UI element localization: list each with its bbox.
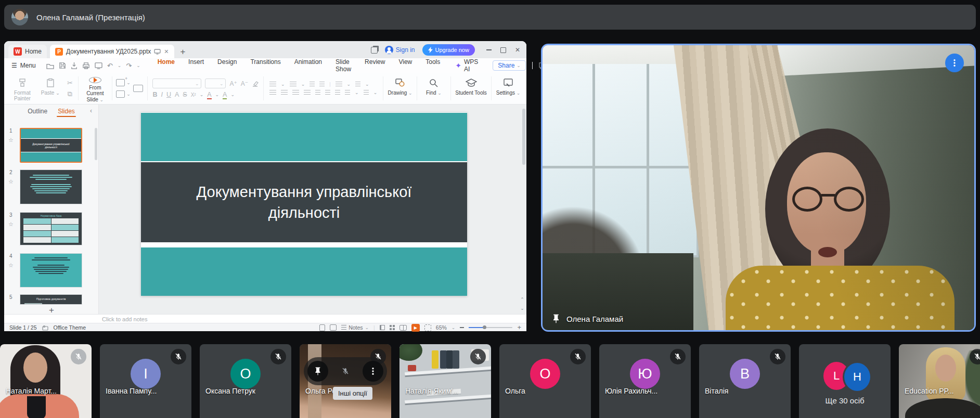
menu-button[interactable]: ☰ Menu: [11, 62, 36, 69]
slide-sorter-icon[interactable]: [390, 325, 395, 330]
clear-format-icon[interactable]: [252, 81, 259, 87]
collapse-panel-icon[interactable]: ‹: [90, 107, 92, 114]
present-monitor-icon[interactable]: [154, 49, 161, 55]
open-file-icon[interactable]: [46, 62, 54, 69]
participant-tile[interactable]: ВВіталія: [699, 344, 791, 418]
star-icon[interactable]: ☆: [8, 178, 14, 185]
participant-tile[interactable]: LHЩе 30 осіб: [799, 344, 891, 418]
font-color-icon[interactable]: A: [207, 91, 211, 98]
highlight-color-icon[interactable]: A: [223, 91, 227, 98]
close-tab-icon[interactable]: ✕: [164, 48, 169, 55]
notes-bar[interactable]: Click to add notes: [4, 314, 526, 323]
slide-thumbnail-4[interactable]: [20, 253, 82, 288]
find-button[interactable]: Find ⌄: [420, 74, 448, 102]
print-icon[interactable]: [82, 62, 90, 69]
from-current-slide-button[interactable]: From Current Slide ⌄: [81, 74, 109, 102]
export-icon[interactable]: [71, 62, 78, 69]
underline-icon[interactable]: U: [166, 91, 171, 98]
notes-toggle[interactable]: Notes ⌄: [341, 324, 369, 331]
normal-view-icon[interactable]: [380, 325, 385, 330]
line-spacing-icon[interactable]: [325, 90, 330, 95]
next-slide-icon[interactable]: ⌄: [520, 306, 524, 311]
share-button[interactable]: Share ⌄: [493, 60, 526, 71]
align-left-icon[interactable]: [269, 90, 276, 95]
tab-list-icon[interactable]: [371, 47, 378, 54]
bullets-icon[interactable]: [269, 82, 276, 87]
participant-tile[interactable]: ООксана Петрук: [200, 344, 291, 418]
decrease-font-icon[interactable]: A⁻: [241, 80, 248, 87]
settings-button[interactable]: Settings ⌄: [494, 74, 522, 102]
participant-tile[interactable]: ЮЮлія Рахильч...: [599, 344, 691, 418]
text-vertical-icon[interactable]: [345, 90, 350, 95]
strikethrough-icon[interactable]: S: [183, 91, 187, 98]
zoom-in-icon[interactable]: +: [517, 325, 521, 330]
copy-icon[interactable]: ⧉: [68, 90, 72, 98]
slide-thumbnail-1[interactable]: Документування управлінської діяльності: [20, 128, 82, 163]
increase-indent-icon[interactable]: [319, 82, 325, 87]
redo-icon[interactable]: ↷: [126, 62, 132, 70]
participant-tile[interactable]: Ольга Ро...Інші опції: [300, 344, 391, 418]
align-center-icon[interactable]: [281, 90, 288, 95]
minimize-icon[interactable]: [486, 49, 492, 50]
star-icon[interactable]: ☆: [8, 262, 14, 269]
star-icon[interactable]: ☆: [8, 221, 14, 228]
main-video-tile[interactable]: Олена Галамай: [541, 44, 976, 332]
slide-canvas-area[interactable]: Документування управлінської діяльності …: [99, 104, 526, 314]
print-preview-icon[interactable]: [95, 62, 102, 69]
new-slide-icon[interactable]: [116, 79, 125, 86]
text-effects-icon[interactable]: A: [175, 91, 179, 98]
participant-tile[interactable]: ООльга: [499, 344, 591, 418]
superscript-icon[interactable]: X²: [191, 92, 196, 98]
align-right-icon[interactable]: [292, 90, 299, 95]
drawing-button[interactable]: Drawing ⌄: [386, 74, 414, 102]
text-direction-icon[interactable]: [355, 82, 360, 87]
participant-tile[interactable]: Education PP...: [899, 344, 980, 418]
close-window-icon[interactable]: ✕: [515, 47, 520, 53]
zoom-slider-knob[interactable]: [483, 325, 486, 329]
reading-view-icon[interactable]: [399, 325, 407, 331]
format-painter-button[interactable]: Format Painter: [8, 74, 36, 102]
italic-icon[interactable]: I: [161, 91, 162, 98]
zoom-level[interactable]: 65%: [436, 324, 447, 331]
wps-home-tab[interactable]: W Home: [8, 45, 47, 58]
phone-view-icon[interactable]: [319, 324, 325, 331]
distribute-text-icon[interactable]: [315, 90, 320, 95]
character-spacing-icon[interactable]: [336, 82, 342, 87]
increase-font-icon[interactable]: A⁺: [229, 80, 237, 87]
previous-slide-icon[interactable]: ⌃: [520, 297, 524, 302]
slide-scrollbar[interactable]: [522, 109, 525, 165]
participant-tile[interactable]: ІІванна Пампу...: [100, 344, 191, 418]
undo-dropdown-icon[interactable]: ⌄: [118, 63, 122, 68]
pin-participant-button[interactable]: [307, 361, 328, 382]
participant-tile[interactable]: Наталія Март...: [0, 344, 92, 418]
slides-tab[interactable]: Slides: [58, 108, 75, 115]
theme-name[interactable]: Office Theme: [54, 324, 86, 331]
font-name-select[interactable]: ⌄: [152, 79, 201, 88]
save-icon[interactable]: [59, 62, 66, 69]
slide-thumbnail-2[interactable]: [20, 169, 82, 204]
more-options-button[interactable]: [363, 361, 383, 382]
maximize-icon[interactable]: [500, 47, 506, 53]
zoom-out-icon[interactable]: [460, 327, 464, 328]
undo-icon[interactable]: ↶: [107, 62, 113, 70]
paragraph-spacing-icon[interactable]: [335, 90, 340, 95]
slide-thumbnail-3[interactable]: Нормативна база: [20, 212, 82, 245]
zoom-dropdown-icon[interactable]: ⌄: [452, 325, 456, 330]
outline-tab[interactable]: Outline: [28, 108, 47, 115]
cut-icon[interactable]: ✂: [67, 79, 73, 87]
slide-thumbnail-5[interactable]: Підготовка документів: [20, 294, 82, 305]
wps-ai-button[interactable]: ✦ WPS AI: [455, 58, 478, 73]
bold-icon[interactable]: B: [152, 91, 157, 98]
slide-layout-icon[interactable]: [116, 90, 125, 98]
star-icon[interactable]: ☆: [8, 137, 14, 143]
numbering-icon[interactable]: [290, 82, 296, 87]
upgrade-now-button[interactable]: Upgrade now: [422, 44, 475, 56]
slide-canvas[interactable]: Документування управлінської діяльності: [141, 112, 467, 296]
quick-access-dropdown-icon[interactable]: ⌄: [136, 63, 140, 68]
align-objects-icon[interactable]: [364, 90, 369, 95]
student-tools-button[interactable]: Student Tools: [454, 74, 488, 102]
layout-dropdown-icon[interactable]: ⌄: [126, 92, 131, 97]
decrease-indent-icon[interactable]: [310, 82, 315, 87]
paste-button[interactable]: Paste ⌄: [36, 74, 65, 102]
participant-tile[interactable]: Наталія Яким'...: [399, 344, 491, 418]
